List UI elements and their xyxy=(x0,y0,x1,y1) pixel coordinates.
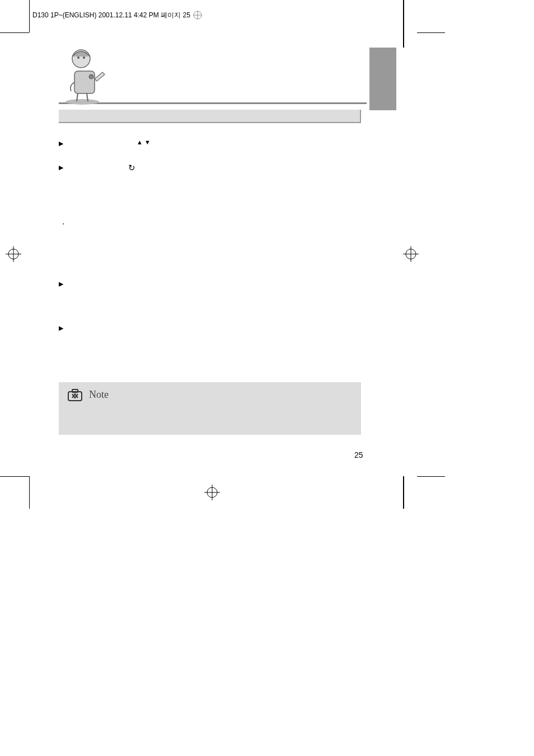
registration-mark xyxy=(6,246,21,262)
svg-rect-21 xyxy=(72,389,78,392)
registration-mark xyxy=(204,485,220,500)
crop-mark xyxy=(403,0,404,48)
header-stamp-text: D130 1P~(ENGLISH) 2001.12.11 4:42 PM 페이지… xyxy=(32,11,190,20)
list-item: ▶ ▲ ▼ xyxy=(59,139,372,147)
svg-point-17 xyxy=(83,57,85,59)
header-stamp: D130 1P~(ENGLISH) 2001.12.11 4:42 PM 페이지… xyxy=(32,10,203,20)
svg-point-12 xyxy=(65,99,99,105)
note-label: Note xyxy=(89,389,109,401)
list-item: ▶ ↻ xyxy=(59,163,372,173)
mascot-illustration xyxy=(59,48,110,105)
crop-mark xyxy=(29,0,30,32)
sub-point: · xyxy=(62,219,372,229)
play-icon: ▶ xyxy=(59,280,63,288)
section-heading-bar xyxy=(59,110,361,123)
crop-mark xyxy=(29,476,30,509)
crop-mark xyxy=(403,476,404,509)
crop-mark xyxy=(0,476,29,477)
crop-mark xyxy=(417,32,445,33)
play-icon: ▶ xyxy=(59,325,63,332)
crop-mark xyxy=(417,476,445,477)
header-mark-icon xyxy=(193,10,203,20)
note-box: Note xyxy=(59,382,361,435)
svg-point-16 xyxy=(77,57,79,59)
crop-mark xyxy=(0,32,29,33)
camera-icon xyxy=(68,389,82,401)
list-item: ▶ xyxy=(59,279,372,288)
registration-mark xyxy=(403,246,419,262)
up-down-icon: ▲ ▼ xyxy=(137,139,151,145)
page-body: ▶ ▲ ▼ ▶ ↻ · ▶ ▶ Note xyxy=(59,48,372,435)
rotate-icon: ↻ xyxy=(128,163,135,173)
side-tab xyxy=(369,48,396,110)
play-icon: ▶ xyxy=(59,164,63,171)
page-number: 25 xyxy=(354,450,363,459)
play-icon: ▶ xyxy=(59,140,63,147)
list-item: ▶ xyxy=(59,323,372,332)
svg-point-14 xyxy=(89,74,93,79)
